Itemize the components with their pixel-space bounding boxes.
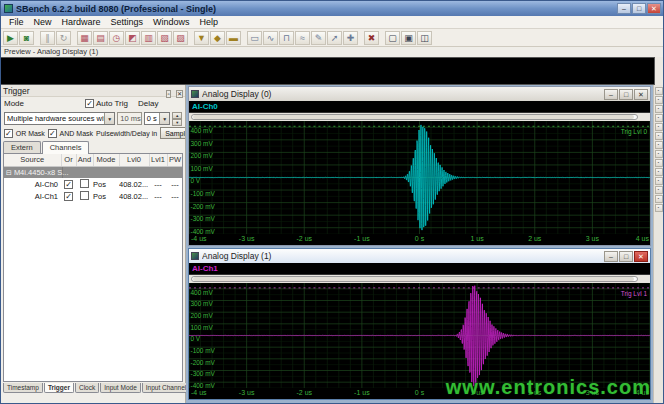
display0-titlebar[interactable]: Analog Display (0) – □ ✕ <box>189 87 650 101</box>
display0-close-button[interactable]: ✕ <box>634 89 648 100</box>
ai-ch1-or-checkbox[interactable]: ✓ <box>64 192 73 201</box>
ai-ch0-or-checkbox[interactable]: ✓ <box>64 180 73 189</box>
auto-trig-checkbox[interactable]: ✓ <box>85 99 94 108</box>
delay-select[interactable]: 0 s ▼ <box>144 112 170 125</box>
waveform-plot-ch1[interactable]: 400 mV300 mV200 mV100 mV0 V-100 mV-200 m… <box>189 283 650 388</box>
clock-setup-icon[interactable]: ◷ <box>109 31 124 45</box>
restart-icon[interactable]: ↻ <box>56 31 71 45</box>
card-group-row[interactable]: ⊟M4i.4450-x8 S... <box>4 166 183 178</box>
export-data-icon[interactable]: ▬ <box>226 31 241 45</box>
trigger-panel-titlebar[interactable]: Trigger ▫ ✕ <box>1 85 185 97</box>
table-row[interactable]: AI-Ch1✓Pos408.02...------ <box>4 190 183 202</box>
display1-horizontal-scrollbar[interactable] <box>189 275 650 283</box>
time-tick: -3 us <box>239 235 255 242</box>
ai-ch0-and-checkbox[interactable] <box>80 179 89 188</box>
menu-help[interactable]: Help <box>195 17 224 27</box>
delay-stepper: ▲ ▼ <box>172 112 182 125</box>
arrange-displays-icon[interactable]: ◫ <box>417 31 432 45</box>
menu-settings[interactable]: Settings <box>106 17 149 27</box>
minimize-button[interactable]: – <box>617 3 631 14</box>
tab-trigger[interactable]: Trigger <box>44 383 74 393</box>
add-channel-icon[interactable]: ✚ <box>343 31 358 45</box>
menu-windows[interactable]: Windows <box>148 17 195 27</box>
display1-close-button[interactable]: ✕ <box>634 251 648 262</box>
cursor-icon[interactable]: ➚ <box>327 31 342 45</box>
stop-acquisition-icon[interactable]: ◙ <box>19 31 34 45</box>
display1-minimize-button[interactable]: – <box>604 251 618 262</box>
samples-button[interactable]: Samples <box>160 127 185 139</box>
edit-signal-icon[interactable]: ✎ <box>311 31 326 45</box>
side-toolbar-button[interactable]: ▪ <box>655 195 663 203</box>
analog-display-icon[interactable]: ∿ <box>263 31 278 45</box>
side-toolbar-button[interactable]: ▪ <box>655 105 663 113</box>
side-toolbar-button[interactable]: ▪ <box>655 141 663 149</box>
side-toolbar-button[interactable]: ▪ <box>655 159 663 167</box>
svg-text:100 mV: 100 mV <box>190 165 213 172</box>
hardware-setup-icon[interactable]: ▦ <box>77 31 92 45</box>
display1-title: Analog Display (1) <box>202 251 604 261</box>
display0-restore-button[interactable]: □ <box>619 89 633 100</box>
tab-input-mode[interactable]: Input Mode <box>100 383 141 393</box>
channel-setup-icon[interactable]: ▥ <box>141 31 156 45</box>
delete-channel-icon[interactable]: ✖ <box>364 31 379 45</box>
close-button[interactable]: ✕ <box>647 3 661 14</box>
trig-timeout-field[interactable]: 10 ms <box>117 112 142 125</box>
digital-display-icon[interactable]: ⊓ <box>279 31 294 45</box>
time-tick: -2 us <box>296 389 312 396</box>
window-titlebar[interactable]: SBench 6.2.2 build 8080 (Professional - … <box>1 1 663 16</box>
chevron-down-icon[interactable]: ▼ <box>104 113 114 124</box>
menu-new[interactable]: New <box>29 17 57 27</box>
side-toolbar-button[interactable]: ▪ <box>655 132 663 140</box>
side-toolbar-button[interactable]: ▪ <box>655 150 663 158</box>
svg-text:0 V: 0 V <box>190 335 200 342</box>
side-toolbar-button[interactable]: ▪ <box>655 96 663 104</box>
cascade-windows-icon[interactable]: ▣ <box>401 31 416 45</box>
display0-minimize-button[interactable]: – <box>604 89 618 100</box>
trigger-setup-icon[interactable]: ◩ <box>125 31 140 45</box>
tab-clock[interactable]: Clock <box>75 383 99 393</box>
tile-windows-icon[interactable]: ▢ <box>385 31 400 45</box>
time-tick: -1 us <box>354 389 370 396</box>
side-toolbar-button[interactable]: ▪ <box>655 177 663 185</box>
ai-ch1-and-checkbox[interactable] <box>80 191 89 200</box>
table-row[interactable]: AI-Ch0✓Pos408.02...------ <box>4 178 183 190</box>
side-toolbar-button[interactable]: ▪ <box>655 114 663 122</box>
delay-spin-down[interactable]: ▼ <box>172 119 182 126</box>
mode-setup-icon[interactable]: ▧ <box>157 31 172 45</box>
delay-label: Delay <box>138 99 182 108</box>
and-mask-checkbox[interactable]: ✓ <box>48 129 57 138</box>
tab-extern[interactable]: Extern <box>3 141 41 153</box>
chevron-down-icon[interactable]: ▼ <box>159 113 169 124</box>
preview-strip[interactable] <box>1 57 655 85</box>
save-data-icon[interactable]: ◆ <box>210 31 225 45</box>
menu-file[interactable]: File <box>4 17 29 27</box>
or-mask-checkbox[interactable]: ✓ <box>4 129 13 138</box>
time-tick: -3 us <box>239 389 255 396</box>
input-setup-icon[interactable]: ▤ <box>93 31 108 45</box>
collapse-icon[interactable]: ⊟ <box>6 169 12 177</box>
card-info-icon[interactable]: ▨ <box>173 31 188 45</box>
scrollbar-thumb[interactable] <box>193 277 634 281</box>
tab-timestamp[interactable]: Timestamp <box>3 383 43 393</box>
scrollbar-thumb[interactable] <box>193 115 634 119</box>
trigger-mode-select[interactable]: Multiple hardware sources with AND/OR ▼ <box>4 112 115 125</box>
display1-restore-button[interactable]: □ <box>619 251 633 262</box>
pause-icon[interactable]: ∥ <box>40 31 55 45</box>
menu-hardware[interactable]: Hardware <box>57 17 106 27</box>
side-toolbar-button[interactable]: ▪ <box>655 123 663 131</box>
display1-titlebar[interactable]: Analog Display (1) – □ ✕ <box>189 249 650 263</box>
side-toolbar-button[interactable]: ▪ <box>655 186 663 194</box>
new-display-icon[interactable]: ▭ <box>247 31 262 45</box>
maximize-button[interactable]: □ <box>632 3 646 14</box>
frequency-display-icon[interactable]: ≈ <box>295 31 310 45</box>
side-toolbar-button[interactable]: ▪ <box>655 204 663 212</box>
save-display-icon[interactable]: ▼ <box>194 31 209 45</box>
delay-spin-up[interactable]: ▲ <box>172 112 182 119</box>
waveform-plot-ch0[interactable]: 400 mV300 mV200 mV100 mV0 V-100 mV-200 m… <box>189 121 650 234</box>
display0-horizontal-scrollbar[interactable] <box>189 113 650 121</box>
start-acquisition-icon[interactable]: ▶ <box>3 31 18 45</box>
side-toolbar-button[interactable]: ▪ <box>655 168 663 176</box>
tab-channels[interactable]: Channels <box>42 141 90 154</box>
svg-text:Trig Lvl 0: Trig Lvl 0 <box>621 128 648 136</box>
side-toolbar-button[interactable]: ▪ <box>655 87 663 95</box>
